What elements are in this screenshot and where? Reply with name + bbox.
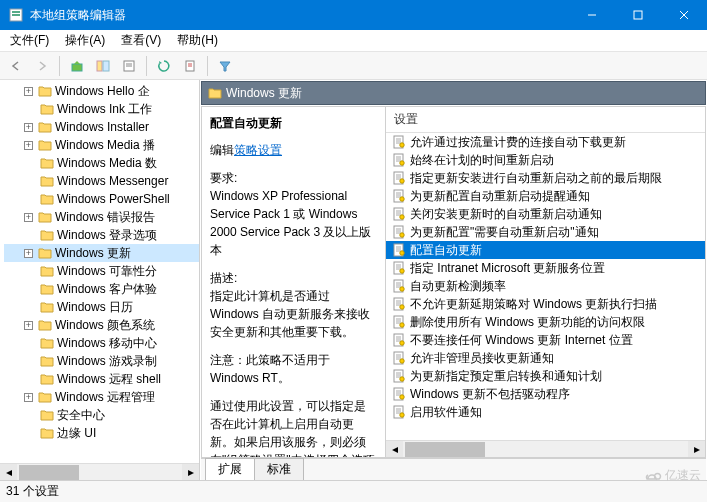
settings-list-item[interactable]: 始终在计划的时间重新启动 xyxy=(386,151,705,169)
policy-icon xyxy=(392,351,406,365)
tab-extended[interactable]: 扩展 xyxy=(205,458,255,480)
edit-policy-link[interactable]: 策略设置 xyxy=(234,143,282,157)
policy-icon xyxy=(392,405,406,419)
tree-node-label: Windows Messenger xyxy=(57,174,168,188)
properties-button[interactable] xyxy=(117,54,141,78)
separator xyxy=(146,56,147,76)
content-header: Windows 更新 xyxy=(201,81,706,105)
svg-point-90 xyxy=(400,395,404,399)
settings-item-label: Windows 更新不包括驱动程序 xyxy=(410,386,570,403)
settings-list-item[interactable]: 为更新配置自动重新启动提醒通知 xyxy=(386,187,705,205)
svg-rect-1 xyxy=(12,11,20,13)
folder-icon xyxy=(40,193,54,205)
settings-list-item[interactable]: 关闭安装更新时的自动重新启动通知 xyxy=(386,205,705,223)
filter-button[interactable] xyxy=(213,54,237,78)
tree-node[interactable]: +Windows Media 播 xyxy=(4,136,199,154)
tree-node-label: Windows 颜色系统 xyxy=(55,317,155,334)
tree-node[interactable]: +Windows 更新 xyxy=(4,244,199,262)
folder-icon xyxy=(38,319,52,331)
tree-node[interactable]: Windows PowerShell xyxy=(4,190,199,208)
settings-list-item[interactable]: 启用软件通知 xyxy=(386,403,705,421)
svg-point-65 xyxy=(400,305,404,309)
tree-node[interactable]: Windows Ink 工作 xyxy=(4,100,199,118)
settings-item-label: 为更新指定预定重启转换和通知计划 xyxy=(410,368,602,385)
settings-list-item[interactable]: 不要连接任何 Windows 更新 Internet 位置 xyxy=(386,331,705,349)
tree-node-label: Windows 远程 shell xyxy=(57,371,161,388)
menu-view[interactable]: 查看(V) xyxy=(115,30,167,51)
tree-node[interactable]: Windows Media 数 xyxy=(4,154,199,172)
settings-item-label: 允许通过按流量计费的连接自动下载更新 xyxy=(410,134,626,151)
policy-icon xyxy=(392,225,406,239)
show-hide-tree-button[interactable] xyxy=(91,54,115,78)
minimize-button[interactable] xyxy=(569,0,615,30)
menu-action[interactable]: 操作(A) xyxy=(59,30,111,51)
tree-node[interactable]: Windows 移动中心 xyxy=(4,334,199,352)
export-button[interactable] xyxy=(178,54,202,78)
tree-node[interactable]: 安全中心 xyxy=(4,406,199,424)
menu-file[interactable]: 文件(F) xyxy=(4,30,55,51)
tree-node[interactable]: Windows 远程 shell xyxy=(4,370,199,388)
settings-list[interactable]: 设置 允许通过按流量计费的连接自动下载更新始终在计划的时间重新启动指定更新安装进… xyxy=(386,107,705,457)
expand-icon[interactable]: + xyxy=(24,87,33,96)
back-button[interactable] xyxy=(4,54,28,78)
tree-node[interactable]: +Windows 错误报告 xyxy=(4,208,199,226)
settings-list-item[interactable]: 允许非管理员接收更新通知 xyxy=(386,349,705,367)
menu-help[interactable]: 帮助(H) xyxy=(171,30,224,51)
settings-list-item[interactable]: Windows 更新不包括驱动程序 xyxy=(386,385,705,403)
forward-button[interactable] xyxy=(30,54,54,78)
workspace: +Windows Hello 企Windows Ink 工作+Windows I… xyxy=(0,80,707,480)
settings-item-label: 启用软件通知 xyxy=(410,404,482,421)
settings-list-item[interactable]: 删除使用所有 Windows 更新功能的访问权限 xyxy=(386,313,705,331)
svg-rect-9 xyxy=(103,61,109,71)
column-header-setting[interactable]: 设置 xyxy=(386,107,705,133)
settings-list-item[interactable]: 指定 Intranet Microsoft 更新服务位置 xyxy=(386,259,705,277)
tree-node[interactable]: +Windows Hello 企 xyxy=(4,82,199,100)
up-button[interactable] xyxy=(65,54,89,78)
window-title: 本地组策略编辑器 xyxy=(30,7,569,24)
expand-icon[interactable]: + xyxy=(24,321,33,330)
tree-hscrollbar[interactable]: ◂▸ xyxy=(0,463,199,480)
status-text: 31 个设置 xyxy=(6,483,59,500)
tree-node[interactable]: 边缘 UI xyxy=(4,424,199,442)
tree-node-label: Windows Hello 企 xyxy=(55,83,150,100)
settings-item-label: 不允许更新延期策略对 Windows 更新执行扫描 xyxy=(410,296,657,313)
tree-node[interactable]: Windows 可靠性分 xyxy=(4,262,199,280)
refresh-button[interactable] xyxy=(152,54,176,78)
settings-list-item[interactable]: 自动更新检测频率 xyxy=(386,277,705,295)
settings-list-item[interactable]: 为更新配置"需要自动重新启动"通知 xyxy=(386,223,705,241)
expand-icon[interactable]: + xyxy=(24,393,33,402)
folder-icon xyxy=(40,283,54,295)
expand-icon[interactable]: + xyxy=(24,123,33,132)
tree-node[interactable]: +Windows 远程管理 xyxy=(4,388,199,406)
tree-node[interactable]: +Windows 颜色系统 xyxy=(4,316,199,334)
toolbar xyxy=(0,52,707,80)
expand-icon[interactable]: + xyxy=(24,141,33,150)
tree-node[interactable]: +Windows Installer xyxy=(4,118,199,136)
folder-icon xyxy=(40,103,54,115)
settings-list-item[interactable]: 不允许更新延期策略对 Windows 更新执行扫描 xyxy=(386,295,705,313)
tree-node-label: 边缘 UI xyxy=(57,425,96,442)
expand-icon[interactable]: + xyxy=(24,249,33,258)
tree-node[interactable]: Windows Messenger xyxy=(4,172,199,190)
list-hscrollbar[interactable]: ◂▸ xyxy=(386,440,705,457)
tree-node[interactable]: Windows 客户体验 xyxy=(4,280,199,298)
close-button[interactable] xyxy=(661,0,707,30)
tree-node-label: Windows 游戏录制 xyxy=(57,353,157,370)
settings-item-label: 始终在计划的时间重新启动 xyxy=(410,152,554,169)
svg-point-30 xyxy=(400,179,404,183)
tree-node[interactable]: Windows 日历 xyxy=(4,298,199,316)
tree-node[interactable]: Windows 登录选项 xyxy=(4,226,199,244)
tab-standard[interactable]: 标准 xyxy=(254,458,304,480)
expand-icon[interactable]: + xyxy=(24,213,33,222)
policy-icon xyxy=(392,261,406,275)
settings-list-item[interactable]: 允许通过按流量计费的连接自动下载更新 xyxy=(386,133,705,151)
maximize-button[interactable] xyxy=(615,0,661,30)
settings-list-item[interactable]: 为更新指定预定重启转换和通知计划 xyxy=(386,367,705,385)
settings-list-item[interactable]: 指定更新安装进行自动重新启动之前的最后期限 xyxy=(386,169,705,187)
settings-list-item[interactable]: 配置自动更新 xyxy=(386,241,705,259)
tree-node-label: Windows 客户体验 xyxy=(57,281,157,298)
folder-icon xyxy=(40,355,54,367)
tree-panel[interactable]: +Windows Hello 企Windows Ink 工作+Windows I… xyxy=(0,80,200,480)
tree-node-label: Windows 错误报告 xyxy=(55,209,155,226)
tree-node[interactable]: Windows 游戏录制 xyxy=(4,352,199,370)
